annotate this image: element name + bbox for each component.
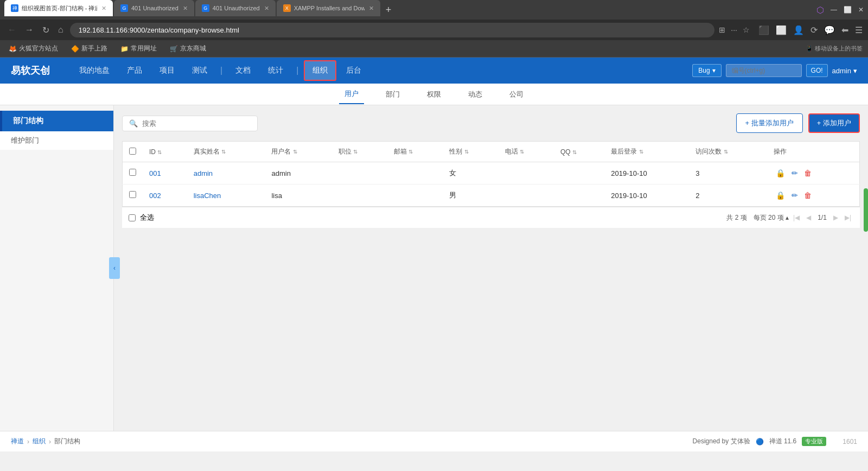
perpage-dropdown-icon[interactable]: ▴: [786, 214, 789, 221]
row2-realname-link[interactable]: lisaChen: [194, 192, 221, 200]
chat-icon[interactable]: 💬: [824, 25, 835, 35]
row1-id-link[interactable]: 001: [149, 169, 161, 177]
select-all-checkbox[interactable]: [129, 148, 136, 155]
row2-edit-button[interactable]: ✏: [790, 190, 799, 201]
sort-icon-position[interactable]: ⇅: [353, 149, 358, 155]
sort-icon-gender[interactable]: ⇅: [464, 149, 469, 155]
close-button[interactable]: ✕: [858, 6, 864, 14]
scroll-indicator[interactable]: [864, 188, 868, 232]
sidebar-item-dept-structure[interactable]: 部门结构: [0, 111, 113, 131]
menu-icon[interactable]: ☰: [855, 25, 863, 35]
row1-delete-button[interactable]: 🗑: [803, 168, 813, 179]
bookmark-jd[interactable]: 🛒 京东商城: [167, 43, 209, 54]
nav-test[interactable]: 测试: [184, 61, 215, 80]
forward-button[interactable]: →: [23, 23, 36, 37]
page-prev-button[interactable]: ◀: [804, 213, 813, 222]
tab-401-1[interactable]: G 401 Unauthorized ✕: [114, 0, 194, 16]
minimize-button[interactable]: —: [831, 6, 837, 14]
account-icon[interactable]: 👤: [793, 25, 804, 35]
tab-close-4[interactable]: ✕: [369, 5, 374, 12]
tab-panel-icon[interactable]: ⬜: [776, 25, 787, 35]
header-visits: 访问次数 ⇅: [689, 142, 767, 162]
tab-401-2[interactable]: G 401 Unauthorized ✕: [195, 0, 276, 16]
bookmark-firefox[interactable]: 🦊 火狐官方站点: [5, 43, 61, 54]
sort-icon-email[interactable]: ⇅: [409, 149, 413, 155]
row1-lock-button[interactable]: 🔒: [775, 168, 786, 179]
row1-edit-button[interactable]: ✏: [790, 168, 799, 179]
row2-checkbox[interactable]: [129, 191, 136, 198]
search-input[interactable]: [142, 119, 251, 128]
table-row: 001 admin admin 女 2019-10-10 3: [123, 162, 860, 184]
nav-doc[interactable]: 文档: [228, 61, 258, 80]
header-username: 用户名 ⇅: [265, 142, 331, 162]
breadcrumb-1[interactable]: 禅道: [11, 437, 24, 446]
sidebar-panel-icon[interactable]: ⬛: [758, 25, 769, 35]
reload-button[interactable]: ↻: [40, 23, 52, 37]
nav-stat[interactable]: 统计: [260, 61, 291, 80]
footer-select-all-checkbox[interactable]: [129, 214, 136, 221]
more-icon[interactable]: ···: [731, 26, 737, 34]
page-first-button[interactable]: |◀: [791, 213, 802, 222]
grid-icon[interactable]: ⊞: [719, 26, 725, 34]
tab-close-3[interactable]: ✕: [264, 5, 269, 12]
add-user-button[interactable]: + 添加用户: [808, 113, 860, 133]
sort-icon-qq[interactable]: ⇅: [572, 149, 577, 155]
history-icon[interactable]: ⬅: [841, 25, 848, 35]
page-next-button[interactable]: ▶: [831, 213, 840, 222]
new-tab-button[interactable]: +: [381, 0, 396, 20]
sidebar-collapse-button[interactable]: ‹: [109, 257, 120, 279]
address-input[interactable]: [70, 23, 715, 37]
sidebar-item-maintain-dept[interactable]: 维护部门: [0, 131, 113, 150]
back-button[interactable]: ←: [5, 23, 18, 37]
page-last-button[interactable]: ▶|: [843, 213, 853, 222]
nav-admin[interactable]: 后台: [339, 61, 369, 80]
nav-project[interactable]: 项目: [152, 61, 182, 80]
star-icon[interactable]: ☆: [743, 26, 750, 34]
header-id: ID ⇅: [143, 142, 187, 162]
home-button[interactable]: ⌂: [56, 23, 66, 37]
nav-product[interactable]: 产品: [119, 61, 150, 80]
row1-checkbox[interactable]: [129, 169, 136, 176]
row2-lastlogin: 2019-10-10: [604, 184, 689, 207]
row1-id: 001: [143, 162, 187, 184]
subnav-company[interactable]: 公司: [504, 85, 529, 104]
bug-dropdown-icon: ▾: [712, 67, 716, 74]
bookmark-guide[interactable]: 🔶 新手上路: [68, 43, 111, 54]
subnav-perms[interactable]: 权限: [422, 85, 446, 104]
sort-icon-username[interactable]: ⇅: [293, 149, 297, 155]
search-icon: 🔍: [129, 119, 138, 128]
app-logo: 易软天创: [11, 64, 50, 77]
app-navbar: 易软天创 我的地盘 产品 项目 测试 | 文档 统计 | 组织 后台 Bug ▾…: [0, 58, 868, 84]
tab-close-2[interactable]: ✕: [183, 5, 188, 12]
bug-button[interactable]: Bug ▾: [692, 64, 721, 77]
breadcrumb-2[interactable]: 组织: [33, 437, 46, 446]
admin-menu[interactable]: admin ▾: [832, 67, 857, 75]
row1-visits: 3: [689, 162, 767, 184]
footer-number: 1601: [843, 438, 857, 445]
subnav-dept[interactable]: 部门: [380, 85, 405, 104]
go-button[interactable]: GO!: [806, 64, 828, 77]
sort-icon-realname[interactable]: ⇅: [221, 149, 226, 155]
row2-lock-button[interactable]: 🔒: [775, 190, 786, 201]
batch-add-user-button[interactable]: + 批量添加用户: [736, 113, 803, 133]
sort-icon-visits[interactable]: ⇅: [724, 149, 728, 155]
tab-close-1[interactable]: ✕: [101, 5, 106, 12]
bookmark-common[interactable]: 📁 常用网址: [117, 43, 160, 54]
maximize-button[interactable]: ⬜: [844, 6, 852, 14]
row1-realname-link[interactable]: admin: [194, 169, 213, 177]
row2-delete-button[interactable]: 🗑: [803, 190, 813, 201]
sort-icon-lastlogin[interactable]: ⇅: [639, 149, 643, 155]
nav-org[interactable]: 组织: [304, 60, 336, 81]
tab-xampp[interactable]: X XAMPP Installers and Down... ✕: [277, 0, 380, 16]
global-search-input[interactable]: [726, 64, 802, 77]
breadcrumb-sep-2: ›: [49, 438, 51, 445]
subnav-users[interactable]: 用户: [339, 85, 364, 104]
sort-icon-id[interactable]: ⇅: [157, 149, 162, 155]
sort-icon-phone[interactable]: ⇅: [520, 149, 524, 155]
subnav-dynamic[interactable]: 动态: [463, 85, 488, 104]
row1-checkbox-cell: [123, 162, 143, 184]
nav-mydesk[interactable]: 我的地盘: [72, 61, 117, 80]
sync-icon[interactable]: ⟳: [810, 25, 818, 35]
tab-zentao[interactable]: 禅 组织视图首页-部门结构 - 禅道 ✕: [4, 0, 113, 16]
row2-id-link[interactable]: 002: [149, 192, 161, 200]
